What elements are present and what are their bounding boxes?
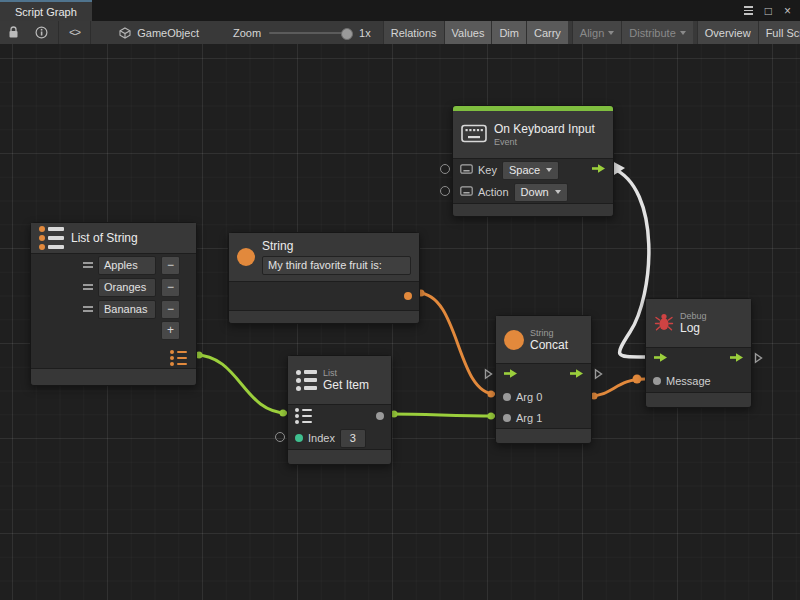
list-icon — [39, 226, 64, 250]
arg1-row: Arg 1 — [496, 407, 591, 428]
index-input[interactable]: 3 — [340, 429, 366, 448]
maximize-icon[interactable]: □ — [765, 5, 772, 17]
minus-icon: − — [167, 281, 174, 293]
distribute-dropdown[interactable]: Distribute — [621, 21, 692, 44]
values-label: Values — [452, 27, 485, 39]
toolbar-buttons: Relations Values Dim Carry Align Distrib… — [383, 21, 800, 44]
key-input-port[interactable] — [440, 164, 450, 174]
code-glyph: <> — [69, 27, 80, 39]
node-title: Get Item — [323, 379, 369, 392]
wire-keyboard-to-log[interactable] — [612, 168, 649, 357]
close-icon[interactable]: × — [784, 5, 791, 17]
drag-handle-icon[interactable] — [83, 262, 93, 269]
chevron-down-icon — [555, 190, 561, 194]
zoom-slider[interactable] — [269, 32, 351, 34]
graph-canvas[interactable]: On Keyboard Input Event Key Space Action… — [0, 44, 800, 600]
gameobject-label: GameObject — [137, 27, 199, 39]
chevron-down-icon — [608, 31, 614, 35]
index-port-marker[interactable] — [275, 432, 285, 442]
node-ports: Apples − Oranges − Bananas − + — [31, 253, 196, 368]
bug-icon — [654, 312, 674, 335]
drag-handle-icon[interactable] — [83, 284, 93, 291]
node-get-item[interactable]: List Get Item Index 3 — [287, 355, 392, 465]
message-input-port[interactable] — [653, 377, 661, 385]
arg1-input-port[interactable] — [503, 414, 511, 422]
edit-code-icon[interactable]: <> — [61, 21, 88, 44]
carry-button[interactable]: Carry — [526, 21, 568, 44]
action-input-port[interactable] — [440, 186, 450, 196]
list-output-row — [31, 348, 196, 368]
flow-input-port[interactable] — [653, 352, 668, 366]
list-item-value: Bananas — [104, 303, 147, 315]
node-list-of-string[interactable]: List of String Apples − Oranges − Banana… — [30, 222, 197, 386]
overview-button[interactable]: Overview — [697, 21, 758, 44]
node-on-keyboard-input[interactable]: On Keyboard Input Event Key Space Action… — [452, 105, 614, 217]
action-dropdown[interactable]: Down — [514, 183, 568, 202]
node-log[interactable]: Debug Log Message — [645, 298, 752, 408]
remove-item-button[interactable]: − — [161, 300, 180, 319]
flow-output-port[interactable] — [569, 368, 584, 382]
node-footer — [288, 449, 391, 464]
add-item-button[interactable]: + — [161, 321, 180, 340]
string-type-icon — [504, 330, 524, 350]
flow-output-port[interactable] — [591, 163, 606, 177]
wire-getitem-to-concat[interactable] — [390, 414, 495, 416]
info-icon[interactable] — [27, 21, 56, 44]
drag-handle-icon[interactable] — [83, 306, 93, 313]
zoom-value: 1x — [359, 27, 371, 39]
node-footer — [453, 203, 613, 216]
chevron-down-icon — [680, 31, 686, 35]
zoom-control: Zoom 1x — [233, 27, 371, 39]
node-ports: Arg 0 Arg 1 — [496, 363, 591, 428]
window-menu-icon[interactable] — [744, 6, 753, 15]
wire-endpoint-dot — [488, 413, 495, 420]
node-concat[interactable]: String Concat Arg 0 Arg 1 — [495, 315, 592, 444]
node-header: On Keyboard Input Event — [453, 111, 613, 158]
node-footer — [229, 310, 419, 323]
list-input-row — [288, 405, 391, 427]
index-input-port[interactable] — [295, 434, 303, 442]
remove-item-button[interactable]: − — [161, 278, 180, 297]
dim-label: Dim — [499, 27, 519, 39]
key-label: Key — [478, 164, 497, 176]
align-label: Align — [580, 27, 604, 39]
gameobject-target[interactable]: GameObject — [109, 27, 209, 39]
list-item-input[interactable]: Bananas — [98, 300, 156, 319]
node-string-literal[interactable]: String My third favorite fruit is: — [228, 232, 420, 324]
arg1-label: Arg 1 — [516, 412, 542, 424]
node-header: List of String — [31, 223, 196, 253]
keyboard-icon — [461, 124, 487, 146]
flow-row — [646, 348, 751, 370]
flow-out-marker-icon — [594, 368, 603, 383]
list-output-port[interactable] — [170, 350, 187, 366]
node-category: List — [323, 368, 369, 378]
item-output-port[interactable] — [376, 412, 384, 420]
dim-button[interactable]: Dim — [491, 21, 526, 44]
message-row: Message — [646, 370, 751, 392]
list-input-port[interactable] — [295, 408, 312, 424]
string-output-port[interactable] — [404, 292, 412, 300]
chevron-down-icon — [546, 168, 552, 172]
flow-input-port[interactable] — [503, 368, 518, 382]
tab-script-graph[interactable]: Script Graph — [0, 0, 92, 21]
string-value-input[interactable]: My third favorite fruit is: — [262, 256, 411, 275]
relations-button[interactable]: Relations — [383, 21, 444, 44]
list-item-input[interactable]: Oranges — [98, 278, 156, 297]
action-type-icon — [460, 185, 473, 199]
flow-output-port[interactable] — [729, 352, 744, 366]
zoom-label: Zoom — [233, 27, 261, 39]
wire-list-to-getitem[interactable] — [195, 355, 287, 413]
string-type-icon — [237, 248, 255, 266]
flow-in-marker-icon — [484, 368, 493, 383]
list-item-input[interactable]: Apples — [98, 256, 156, 275]
values-button[interactable]: Values — [444, 21, 492, 44]
remove-item-button[interactable]: − — [161, 256, 180, 275]
key-dropdown[interactable]: Space — [502, 161, 559, 180]
lock-icon[interactable] — [0, 21, 27, 44]
arg0-input-port[interactable] — [503, 393, 511, 401]
node-title: On Keyboard Input — [494, 123, 595, 136]
action-port-row: Action Down — [453, 181, 613, 203]
align-dropdown[interactable]: Align — [572, 21, 621, 44]
fullscreen-button[interactable]: Full Screen — [758, 21, 800, 44]
zoom-slider-handle[interactable] — [341, 28, 353, 40]
